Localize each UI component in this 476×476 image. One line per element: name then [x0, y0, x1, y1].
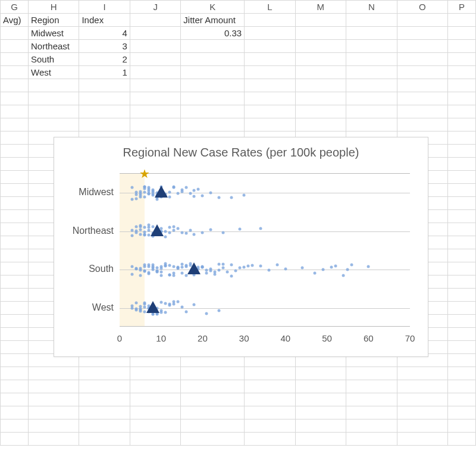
cell-P1[interactable] — [447, 14, 475, 27]
column-header-N[interactable]: N — [346, 1, 397, 14]
cell-N5[interactable] — [346, 66, 397, 79]
cell-P29[interactable] — [447, 380, 475, 393]
cell-P33[interactable] — [447, 433, 475, 446]
cell-L31[interactable] — [245, 406, 295, 419]
cell-P6[interactable] — [447, 79, 475, 92]
cell-G5[interactable] — [1, 66, 29, 79]
cell-J2[interactable] — [130, 27, 180, 40]
cell-O5[interactable] — [397, 66, 447, 79]
cell-I3[interactable]: 3 — [79, 40, 130, 53]
cell-L28[interactable] — [245, 367, 295, 380]
cell-I6[interactable] — [79, 79, 130, 92]
cell-N29[interactable] — [346, 380, 397, 393]
cell-K31[interactable] — [181, 406, 245, 419]
cell-N32[interactable] — [346, 419, 397, 433]
cell-G29[interactable] — [1, 380, 29, 393]
cell-G20[interactable] — [1, 262, 29, 275]
cell-H31[interactable] — [29, 406, 79, 419]
cell-L1[interactable] — [245, 14, 295, 27]
cell-M3[interactable] — [295, 40, 346, 53]
cell-H1[interactable]: Region — [29, 14, 79, 27]
cell-L8[interactable] — [245, 105, 295, 118]
cell-P17[interactable] — [447, 223, 475, 236]
cell-J6[interactable] — [130, 79, 180, 92]
cell-K3[interactable] — [181, 40, 245, 53]
column-header-G[interactable]: G — [1, 1, 29, 14]
column-header-J[interactable]: J — [130, 1, 180, 14]
cell-P14[interactable] — [447, 184, 475, 197]
cell-O31[interactable] — [397, 406, 447, 419]
cell-P4[interactable] — [447, 53, 475, 66]
cell-P2[interactable] — [447, 27, 475, 40]
cell-M7[interactable] — [295, 92, 346, 105]
cell-P26[interactable] — [447, 341, 475, 354]
cell-G28[interactable] — [1, 367, 29, 380]
cell-H32[interactable] — [29, 419, 79, 433]
cell-G10[interactable] — [1, 131, 29, 145]
cell-L7[interactable] — [245, 92, 295, 105]
cell-K2[interactable]: 0.33 — [181, 27, 245, 40]
cell-K33[interactable] — [181, 433, 245, 446]
cell-G4[interactable] — [1, 53, 29, 66]
column-header-L[interactable]: L — [245, 1, 295, 14]
cell-M28[interactable] — [295, 367, 346, 380]
cell-K5[interactable] — [181, 66, 245, 79]
cell-G31[interactable] — [1, 406, 29, 419]
cell-J4[interactable] — [130, 53, 180, 66]
cell-I1[interactable]: Index — [79, 14, 130, 27]
cell-G21[interactable] — [1, 275, 29, 289]
cell-L29[interactable] — [245, 380, 295, 393]
cell-G26[interactable] — [1, 341, 29, 354]
cell-N31[interactable] — [346, 406, 397, 419]
cell-P5[interactable] — [447, 66, 475, 79]
cell-L3[interactable] — [245, 40, 295, 53]
cell-K8[interactable] — [181, 105, 245, 118]
cell-J33[interactable] — [130, 433, 180, 446]
cell-N2[interactable] — [346, 27, 397, 40]
cell-H9[interactable] — [29, 118, 79, 131]
cell-N6[interactable] — [346, 79, 397, 92]
cell-P24[interactable] — [447, 315, 475, 328]
cell-I30[interactable] — [79, 393, 130, 406]
cell-G17[interactable] — [1, 223, 29, 236]
cell-G6[interactable] — [1, 79, 29, 92]
cell-H4[interactable]: South — [29, 53, 79, 66]
cell-O3[interactable] — [397, 40, 447, 53]
cell-L6[interactable] — [245, 79, 295, 92]
cell-H2[interactable]: Midwest — [29, 27, 79, 40]
cell-O6[interactable] — [397, 79, 447, 92]
cell-J32[interactable] — [130, 419, 180, 433]
cell-P23[interactable] — [447, 302, 475, 315]
cell-H3[interactable]: Northeast — [29, 40, 79, 53]
cell-H5[interactable]: West — [29, 66, 79, 79]
cell-I9[interactable] — [79, 118, 130, 131]
cell-H6[interactable] — [29, 79, 79, 92]
cell-G30[interactable] — [1, 393, 29, 406]
cell-G3[interactable] — [1, 40, 29, 53]
cell-J8[interactable] — [130, 105, 180, 118]
cell-M32[interactable] — [295, 419, 346, 433]
cell-N33[interactable] — [346, 433, 397, 446]
cell-L2[interactable] — [245, 27, 295, 40]
cell-I29[interactable] — [79, 380, 130, 393]
cell-P32[interactable] — [447, 419, 475, 433]
cell-P30[interactable] — [447, 393, 475, 406]
cell-J7[interactable] — [130, 92, 180, 105]
cell-L4[interactable] — [245, 53, 295, 66]
cell-G8[interactable] — [1, 105, 29, 118]
cell-H7[interactable] — [29, 92, 79, 105]
cell-O4[interactable] — [397, 53, 447, 66]
cell-G15[interactable] — [1, 197, 29, 210]
cell-P16[interactable] — [447, 210, 475, 223]
cell-G27[interactable] — [1, 354, 29, 367]
cell-J29[interactable] — [130, 380, 180, 393]
cell-P25[interactable] — [447, 328, 475, 341]
cell-O2[interactable] — [397, 27, 447, 40]
cell-G9[interactable] — [1, 118, 29, 131]
cell-J1[interactable] — [130, 14, 180, 27]
cell-P3[interactable] — [447, 40, 475, 53]
cell-G32[interactable] — [1, 419, 29, 433]
cell-O32[interactable] — [397, 419, 447, 433]
cell-N1[interactable] — [346, 14, 397, 27]
cell-N28[interactable] — [346, 367, 397, 380]
